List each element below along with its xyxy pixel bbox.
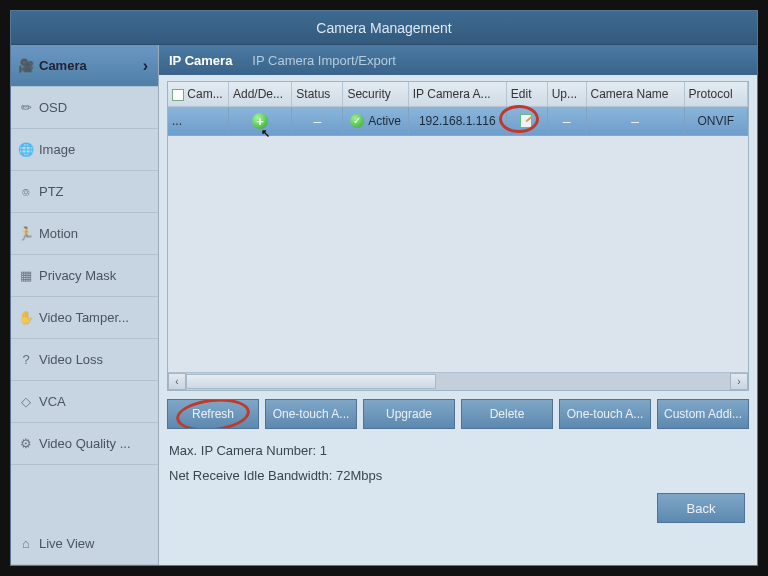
table-header-row: Cam... Add/De... Status Security IP Came… bbox=[168, 82, 748, 106]
sidebar-item-motion[interactable]: 🏃 Motion bbox=[11, 213, 158, 255]
sidebar-item-label: Live View bbox=[39, 536, 94, 551]
sidebar-item-label: Privacy Mask bbox=[39, 268, 116, 283]
cell-status: – bbox=[292, 106, 343, 136]
sidebar-item-vca[interactable]: ◇ VCA bbox=[11, 381, 158, 423]
image-icon: 🌐 bbox=[19, 143, 33, 157]
refresh-button[interactable]: Refresh bbox=[167, 399, 259, 429]
vca-icon: ◇ bbox=[19, 395, 33, 409]
table-row[interactable]: ... +↖ – ✓Active 192.168.1.116 bbox=[168, 106, 748, 136]
camera-icon: 🎥 bbox=[19, 59, 33, 73]
sidebar-item-ptz[interactable]: ⌾ PTZ bbox=[11, 171, 158, 213]
horizontal-scrollbar[interactable]: ‹ › bbox=[168, 372, 748, 390]
sidebar-item-privacy-mask[interactable]: ▦ Privacy Mask bbox=[11, 255, 158, 297]
col-camera[interactable]: Cam... bbox=[168, 82, 228, 106]
onetouch-add-button[interactable]: One-touch A... bbox=[265, 399, 357, 429]
sidebar-item-label: Video Loss bbox=[39, 352, 103, 367]
delete-button[interactable]: Delete bbox=[461, 399, 553, 429]
col-ip-address[interactable]: IP Camera A... bbox=[408, 82, 506, 106]
motion-icon: 🏃 bbox=[19, 227, 33, 241]
edit-icon[interactable] bbox=[520, 113, 534, 127]
sidebar-item-live-view[interactable]: ⌂ Live View bbox=[11, 523, 158, 565]
window-title: Camera Management bbox=[11, 11, 757, 45]
sidebar-item-label: Video Tamper... bbox=[39, 310, 129, 325]
col-add-delete[interactable]: Add/De... bbox=[228, 82, 291, 106]
sidebar-item-osd[interactable]: ✏ OSD bbox=[11, 87, 158, 129]
upgrade-button[interactable]: Upgrade bbox=[363, 399, 455, 429]
col-status[interactable]: Status bbox=[292, 82, 343, 106]
sidebar-item-label: Motion bbox=[39, 226, 78, 241]
tab-ip-camera[interactable]: IP Camera bbox=[169, 53, 232, 68]
home-icon: ⌂ bbox=[19, 537, 33, 551]
sidebar-item-label: Image bbox=[39, 142, 75, 157]
tab-ip-camera-import-export[interactable]: IP Camera Import/Export bbox=[252, 53, 396, 68]
sidebar-item-video-tamper[interactable]: ✋ Video Tamper... bbox=[11, 297, 158, 339]
col-edit[interactable]: Edit bbox=[506, 82, 547, 106]
quality-icon: ⚙ bbox=[19, 437, 33, 451]
sidebar-item-video-loss[interactable]: ? Video Loss bbox=[11, 339, 158, 381]
col-security[interactable]: Security bbox=[343, 82, 408, 106]
sidebar-item-image[interactable]: 🌐 Image bbox=[11, 129, 158, 171]
back-button[interactable]: Back bbox=[657, 493, 745, 523]
select-all-checkbox[interactable] bbox=[172, 89, 184, 101]
check-icon: ✓ bbox=[350, 114, 364, 128]
onetouch-activate-button[interactable]: One-touch A... bbox=[559, 399, 651, 429]
sidebar-item-label: OSD bbox=[39, 100, 67, 115]
cell-camera: ... bbox=[168, 106, 228, 136]
sidebar-item-label: Camera bbox=[39, 58, 87, 73]
camera-table: Cam... Add/De... Status Security IP Came… bbox=[167, 81, 749, 391]
cell-add[interactable]: +↖ bbox=[228, 106, 291, 136]
col-camera-name[interactable]: Camera Name bbox=[586, 82, 684, 106]
cell-protocol: ONVIF bbox=[684, 106, 747, 136]
scroll-right-icon[interactable]: › bbox=[730, 373, 748, 390]
sidebar-item-label: Video Quality ... bbox=[39, 436, 131, 451]
sidebar-item-camera[interactable]: 🎥 Camera bbox=[11, 45, 158, 87]
max-ip-camera-text: Max. IP Camera Number: 1 bbox=[169, 443, 747, 458]
osd-icon: ✏ bbox=[19, 101, 33, 115]
cursor-icon: ↖ bbox=[261, 127, 270, 140]
cell-ip: 192.168.1.116 bbox=[408, 106, 506, 136]
privacy-icon: ▦ bbox=[19, 269, 33, 283]
loss-icon: ? bbox=[19, 353, 33, 367]
custom-add-button[interactable]: Custom Addi... bbox=[657, 399, 749, 429]
scroll-thumb[interactable] bbox=[186, 374, 436, 389]
tamper-icon: ✋ bbox=[19, 311, 33, 325]
sidebar: 🎥 Camera ✏ OSD 🌐 Image ⌾ PTZ 🏃 Motion ▦ bbox=[11, 45, 159, 565]
cell-edit[interactable] bbox=[506, 106, 547, 136]
cell-security: ✓Active bbox=[343, 106, 408, 136]
sidebar-item-label: VCA bbox=[39, 394, 66, 409]
ptz-icon: ⌾ bbox=[19, 185, 33, 199]
bandwidth-text: Net Receive Idle Bandwidth: 72Mbps bbox=[169, 468, 747, 483]
tab-bar: IP Camera IP Camera Import/Export bbox=[159, 45, 757, 75]
scroll-left-icon[interactable]: ‹ bbox=[168, 373, 186, 390]
cell-upgrade: – bbox=[547, 106, 586, 136]
cell-name: – bbox=[586, 106, 684, 136]
sidebar-item-label: PTZ bbox=[39, 184, 64, 199]
col-protocol[interactable]: Protocol bbox=[684, 82, 747, 106]
scroll-track[interactable] bbox=[186, 373, 730, 390]
col-upgrade[interactable]: Up... bbox=[547, 82, 586, 106]
add-icon[interactable]: +↖ bbox=[252, 113, 268, 129]
sidebar-item-video-quality[interactable]: ⚙ Video Quality ... bbox=[11, 423, 158, 465]
